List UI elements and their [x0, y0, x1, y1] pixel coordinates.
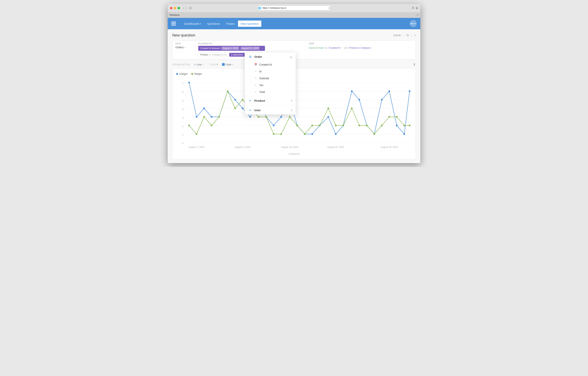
date-filter-chip[interactable]: Created At between August 1, 2015 August… — [198, 46, 265, 51]
line-icon: ∿ — [194, 63, 196, 66]
new-tab-icon[interactable]: ⊞ — [416, 6, 418, 10]
nav-links: Dashboards ▾ Questions Pulses New Questi… — [181, 21, 261, 27]
svg-point-42 — [381, 99, 383, 100]
svg-point-65 — [327, 107, 329, 109]
separator: | — [403, 33, 404, 37]
app-logo — [171, 22, 176, 26]
view-label: VIEW — [309, 43, 413, 45]
svg-text:August 16, 2015: August 16, 2015 — [281, 146, 298, 148]
header-actions: SAVE | ⧉ | ▪ — [393, 33, 416, 37]
svg-point-28 — [273, 124, 274, 126]
back-button[interactable]: ‹ — [182, 6, 185, 10]
view-metric[interactable]: Count of rows — [309, 46, 324, 49]
view-dim1[interactable]: Created At — [329, 46, 340, 49]
share-icon: ⇄ — [248, 109, 252, 111]
svg-point-71 — [373, 133, 375, 135]
date-to-tag: August 31, 2015 — [241, 47, 260, 50]
svg-point-56 — [258, 116, 259, 118]
view-and-text: and — [344, 46, 348, 49]
svg-point-48 — [196, 133, 198, 135]
user-avatar[interactable]: KD ▾ — [410, 20, 417, 27]
nav-new-question[interactable]: New Question — [238, 21, 261, 27]
remove-dim2[interactable]: × — [372, 47, 373, 49]
address-bar[interactable]: 🌐 https:// metabase.my.co ↻ — [258, 6, 330, 11]
svg-text:August 8, 2015: August 8, 2015 — [235, 146, 251, 148]
svg-point-61 — [296, 124, 298, 126]
field-tax[interactable]: # Tax — [245, 82, 296, 88]
svg-point-70 — [366, 124, 368, 126]
forward-button[interactable]: › — [186, 6, 188, 10]
selections-chip[interactable]: 2 selections — [229, 53, 245, 57]
nav-questions[interactable]: Questions — [205, 21, 223, 27]
logo-dot — [175, 22, 176, 23]
data-selector[interactable]: Orders ▾ — [176, 46, 192, 49]
dropdown-user-header[interactable]: ⇄ User ▾ — [245, 106, 296, 114]
chevron-down-icon: ▾ — [291, 109, 292, 112]
hash-icon: # — [254, 91, 257, 93]
reader-icon: ⊡ — [189, 6, 192, 10]
logo-dot — [171, 23, 173, 24]
product-filter-chip[interactable]: Product ⇄ Category is no — [198, 53, 229, 57]
svg-text:2: 2 — [182, 125, 184, 128]
svg-point-47 — [188, 124, 190, 126]
date-filter-label: Created At between — [200, 47, 220, 50]
svg-text:August 2, 2015: August 2, 2015 — [189, 146, 204, 148]
grid-icon[interactable]: ▪ — [415, 33, 416, 37]
remove-date-filter[interactable]: × — [262, 47, 263, 50]
clone-icon[interactable]: ⧉ — [406, 33, 409, 37]
svg-text:5: 5 — [182, 100, 184, 102]
dropdown-order-header[interactable]: ⊞ Order ▲ — [245, 52, 296, 61]
svg-point-53 — [234, 107, 236, 109]
view-dim2[interactable]: Product ⇄ Category — [349, 46, 370, 49]
svg-point-62 — [304, 133, 305, 135]
svg-point-52 — [227, 90, 229, 92]
download-button[interactable]: ⬇ — [413, 62, 416, 66]
svg-point-17 — [188, 82, 190, 83]
svg-point-74 — [396, 116, 398, 118]
svg-point-25 — [249, 116, 251, 118]
nav-dashboards[interactable]: Dashboards ▾ — [181, 21, 204, 27]
svg-point-69 — [358, 124, 360, 126]
minimize-button[interactable] — [174, 7, 176, 9]
dim2-sort-icon: ⇄ — [358, 47, 360, 49]
save-button[interactable]: SAVE — [393, 34, 401, 37]
field-total[interactable]: # Total — [245, 88, 296, 95]
new-tab-button[interactable]: + — [417, 13, 418, 17]
field-id[interactable]: # Id — [245, 68, 296, 75]
close-button[interactable] — [170, 7, 172, 9]
dropdown-order-label: Order — [254, 55, 262, 58]
dropdown-product-header[interactable]: ⇄ Product ▾ — [245, 96, 296, 105]
nav-pulses[interactable]: Pulses — [223, 21, 237, 27]
svg-point-66 — [335, 124, 336, 126]
color-label: COLOR — [210, 63, 218, 66]
viz-type-selector[interactable]: ∿ Line ▾ — [194, 63, 203, 66]
svg-point-72 — [381, 124, 383, 126]
share-icon[interactable]: ⬆ — [412, 6, 414, 10]
chevron-up-icon: ▲ — [290, 55, 292, 58]
more-options[interactable]: ··· — [409, 46, 412, 50]
field-created-at[interactable]: 📅 Created At — [245, 61, 296, 68]
field-subtotal[interactable]: # Subtotal — [245, 75, 296, 82]
chevron-down-icon: ▾ — [202, 64, 203, 66]
svg-point-19 — [203, 107, 205, 109]
filter-label: FILTERED BY — [198, 43, 302, 45]
svg-point-35 — [327, 116, 329, 118]
legend-label-widget: Widget — [194, 72, 202, 75]
logo-dot — [175, 23, 176, 24]
legend-label-gadget: Gadget — [179, 72, 188, 75]
svg-point-23 — [234, 99, 236, 100]
dropdown-section-left: ⊞ Order — [248, 55, 262, 58]
chevron-down-icon: ▾ — [232, 64, 233, 66]
fullscreen-button[interactable] — [178, 7, 180, 9]
logo-dot — [173, 24, 174, 26]
legend-dot-gadget — [176, 73, 178, 75]
tab-title: Metabase — [170, 14, 180, 16]
app-navbar: Dashboards ▾ Questions Pulses New Questi… — [168, 18, 420, 29]
product-label: Product — [200, 53, 208, 56]
color-selector[interactable]: Color ▾ — [222, 63, 233, 66]
query-bar: DATA Orders ▾ FILTERED BY Created At bet… — [172, 41, 416, 59]
refresh-icon[interactable]: ↻ — [328, 7, 330, 10]
svg-point-75 — [403, 124, 405, 126]
dropdown-section-left-product: ⇄ Product — [248, 99, 265, 102]
remove-dim1[interactable]: × — [341, 47, 343, 49]
